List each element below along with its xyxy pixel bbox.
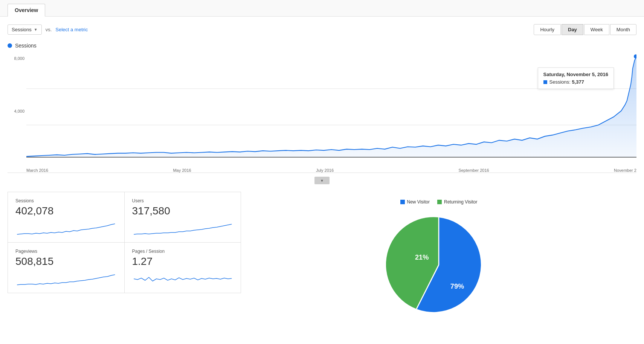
main-content: Sessions ▼ vs. Select a metric Hourly Da… <box>0 17 644 333</box>
y-label-4000: 4,000 <box>8 109 26 113</box>
returning-visitor-legend: Returning Visitor <box>437 199 478 205</box>
week-button[interactable]: Week <box>584 24 609 35</box>
x-label-september: September 2016 <box>458 168 489 173</box>
x-label-may: May 2016 <box>173 168 191 173</box>
scroll-bar-area: ▼ <box>8 177 636 184</box>
pie-chart-container: 21% 79% <box>386 212 491 318</box>
sessions-legend-label: Sessions <box>15 43 37 49</box>
tab-overview-label: Overview <box>15 7 38 13</box>
pages-per-session-value: 1.27 <box>132 255 233 268</box>
stat-card-users: Users 317,580 <box>125 192 241 243</box>
chart-tooltip: Saturday, November 5, 2016 Sessions: 5,3… <box>538 67 614 89</box>
tooltip-metric: Sessions: 5,377 <box>549 79 584 85</box>
day-button[interactable]: Day <box>562 24 583 35</box>
scroll-handle[interactable]: ▼ <box>314 177 330 184</box>
sessions-value: 402,078 <box>15 205 117 217</box>
stats-grid-inner: Sessions 402,078 Users 317,580 <box>8 192 241 293</box>
y-axis: 8,000 4,000 <box>8 52 26 173</box>
dropdown-arrow-icon: ▼ <box>34 28 38 32</box>
metric-dropdown[interactable]: Sessions ▼ <box>8 24 42 35</box>
vs-text: vs. <box>46 27 52 32</box>
pie-legend: New Visitor Returning Visitor <box>400 199 478 205</box>
x-label-march: March 2016 <box>26 168 48 173</box>
scroll-arrow-icon: ▼ <box>320 179 324 183</box>
left-controls: Sessions ▼ vs. Select a metric <box>8 24 88 35</box>
svg-text:79%: 79% <box>450 283 464 290</box>
pageviews-label: Pageviews <box>15 249 117 254</box>
returning-visitor-legend-color <box>437 200 442 204</box>
svg-text:21%: 21% <box>415 254 429 261</box>
tooltip-sessions: Sessions: 5,377 <box>543 79 608 85</box>
new-visitor-legend-label: New Visitor <box>407 199 430 205</box>
bottom-section: Sessions 402,078 Users 317,580 <box>8 192 636 325</box>
month-button[interactable]: Month <box>610 24 636 35</box>
sessions-legend-dot <box>8 43 12 48</box>
tooltip-date: Saturday, November 5, 2016 <box>543 72 608 77</box>
x-label-july: July 2016 <box>316 168 334 173</box>
y-label-8000: 8,000 <box>8 56 26 61</box>
sessions-label: Sessions <box>15 198 117 203</box>
stat-card-pages-per-session: Pages / Session 1.27 <box>125 243 241 293</box>
stat-card-pageviews: Pageviews 508,815 <box>8 243 125 293</box>
new-visitor-legend: New Visitor <box>400 199 430 205</box>
x-label-november: November 2 <box>614 168 636 173</box>
select-metric-link[interactable]: Select a metric <box>55 27 88 32</box>
stats-grid: Sessions 402,078 Users 317,580 <box>8 192 241 325</box>
svg-point-3 <box>634 54 636 58</box>
pages-per-session-label: Pages / Session <box>132 249 233 254</box>
returning-visitor-legend-label: Returning Visitor <box>444 199 478 205</box>
tooltip-value: 5,377 <box>572 79 584 85</box>
tooltip-sessions-icon <box>543 80 547 84</box>
tab-overview[interactable]: Overview <box>8 4 45 17</box>
new-visitor-legend-color <box>400 200 405 204</box>
tab-bar: Overview <box>0 0 644 17</box>
time-range-controls: Hourly Day Week Month <box>534 24 636 35</box>
pie-section: New Visitor Returning Visitor <box>241 192 636 325</box>
users-value: 317,580 <box>132 205 233 217</box>
x-axis: March 2016 May 2016 July 2016 September … <box>26 161 636 173</box>
hourly-button[interactable]: Hourly <box>534 24 561 35</box>
pageviews-value: 508,815 <box>15 255 117 268</box>
stat-card-sessions: Sessions 402,078 <box>8 192 125 243</box>
controls-bar: Sessions ▼ vs. Select a metric Hourly Da… <box>8 24 636 35</box>
users-label: Users <box>132 198 233 203</box>
chart-legend: Sessions <box>8 43 636 49</box>
main-chart-area: 8,000 4,000 <box>8 52 636 173</box>
metric-dropdown-label: Sessions <box>12 27 32 32</box>
page-container: Overview Sessions ▼ vs. Select a metric … <box>0 0 644 344</box>
